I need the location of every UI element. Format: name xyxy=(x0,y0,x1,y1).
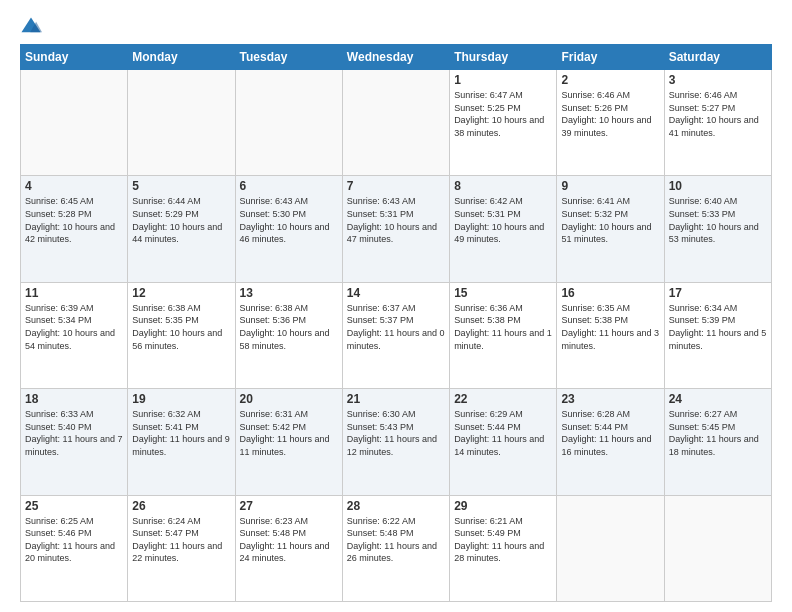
page: Sunday Monday Tuesday Wednesday Thursday… xyxy=(0,0,792,612)
day-info: Sunrise: 6:47 AM Sunset: 5:25 PM Dayligh… xyxy=(454,89,552,139)
table-row: 18Sunrise: 6:33 AM Sunset: 5:40 PM Dayli… xyxy=(21,389,128,495)
table-row xyxy=(557,495,664,601)
table-row: 13Sunrise: 6:38 AM Sunset: 5:36 PM Dayli… xyxy=(235,282,342,388)
logo xyxy=(20,16,46,38)
table-row: 7Sunrise: 6:43 AM Sunset: 5:31 PM Daylig… xyxy=(342,176,449,282)
table-row xyxy=(664,495,771,601)
table-row: 24Sunrise: 6:27 AM Sunset: 5:45 PM Dayli… xyxy=(664,389,771,495)
day-number: 12 xyxy=(132,286,230,300)
day-info: Sunrise: 6:21 AM Sunset: 5:49 PM Dayligh… xyxy=(454,515,552,565)
day-number: 28 xyxy=(347,499,445,513)
calendar-week-row: 4Sunrise: 6:45 AM Sunset: 5:28 PM Daylig… xyxy=(21,176,772,282)
day-info: Sunrise: 6:35 AM Sunset: 5:38 PM Dayligh… xyxy=(561,302,659,352)
day-info: Sunrise: 6:46 AM Sunset: 5:26 PM Dayligh… xyxy=(561,89,659,139)
table-row: 17Sunrise: 6:34 AM Sunset: 5:39 PM Dayli… xyxy=(664,282,771,388)
day-info: Sunrise: 6:46 AM Sunset: 5:27 PM Dayligh… xyxy=(669,89,767,139)
calendar-week-row: 25Sunrise: 6:25 AM Sunset: 5:46 PM Dayli… xyxy=(21,495,772,601)
calendar-week-row: 1Sunrise: 6:47 AM Sunset: 5:25 PM Daylig… xyxy=(21,70,772,176)
day-info: Sunrise: 6:44 AM Sunset: 5:29 PM Dayligh… xyxy=(132,195,230,245)
day-info: Sunrise: 6:25 AM Sunset: 5:46 PM Dayligh… xyxy=(25,515,123,565)
table-row: 27Sunrise: 6:23 AM Sunset: 5:48 PM Dayli… xyxy=(235,495,342,601)
day-number: 14 xyxy=(347,286,445,300)
table-row xyxy=(128,70,235,176)
table-row: 12Sunrise: 6:38 AM Sunset: 5:35 PM Dayli… xyxy=(128,282,235,388)
table-row: 28Sunrise: 6:22 AM Sunset: 5:48 PM Dayli… xyxy=(342,495,449,601)
day-info: Sunrise: 6:37 AM Sunset: 5:37 PM Dayligh… xyxy=(347,302,445,352)
day-number: 24 xyxy=(669,392,767,406)
day-number: 18 xyxy=(25,392,123,406)
table-row: 3Sunrise: 6:46 AM Sunset: 5:27 PM Daylig… xyxy=(664,70,771,176)
day-number: 20 xyxy=(240,392,338,406)
day-info: Sunrise: 6:45 AM Sunset: 5:28 PM Dayligh… xyxy=(25,195,123,245)
header-tuesday: Tuesday xyxy=(235,45,342,70)
day-info: Sunrise: 6:34 AM Sunset: 5:39 PM Dayligh… xyxy=(669,302,767,352)
calendar-week-row: 18Sunrise: 6:33 AM Sunset: 5:40 PM Dayli… xyxy=(21,389,772,495)
day-number: 1 xyxy=(454,73,552,87)
calendar: Sunday Monday Tuesday Wednesday Thursday… xyxy=(20,44,772,602)
day-number: 23 xyxy=(561,392,659,406)
day-number: 6 xyxy=(240,179,338,193)
day-number: 8 xyxy=(454,179,552,193)
day-number: 10 xyxy=(669,179,767,193)
table-row: 19Sunrise: 6:32 AM Sunset: 5:41 PM Dayli… xyxy=(128,389,235,495)
day-number: 3 xyxy=(669,73,767,87)
day-info: Sunrise: 6:36 AM Sunset: 5:38 PM Dayligh… xyxy=(454,302,552,352)
table-row xyxy=(235,70,342,176)
day-number: 19 xyxy=(132,392,230,406)
header-friday: Friday xyxy=(557,45,664,70)
header-thursday: Thursday xyxy=(450,45,557,70)
day-info: Sunrise: 6:41 AM Sunset: 5:32 PM Dayligh… xyxy=(561,195,659,245)
day-number: 7 xyxy=(347,179,445,193)
calendar-week-row: 11Sunrise: 6:39 AM Sunset: 5:34 PM Dayli… xyxy=(21,282,772,388)
table-row: 14Sunrise: 6:37 AM Sunset: 5:37 PM Dayli… xyxy=(342,282,449,388)
day-number: 5 xyxy=(132,179,230,193)
table-row: 9Sunrise: 6:41 AM Sunset: 5:32 PM Daylig… xyxy=(557,176,664,282)
day-info: Sunrise: 6:29 AM Sunset: 5:44 PM Dayligh… xyxy=(454,408,552,458)
day-info: Sunrise: 6:33 AM Sunset: 5:40 PM Dayligh… xyxy=(25,408,123,458)
header xyxy=(20,16,772,38)
day-info: Sunrise: 6:32 AM Sunset: 5:41 PM Dayligh… xyxy=(132,408,230,458)
table-row: 20Sunrise: 6:31 AM Sunset: 5:42 PM Dayli… xyxy=(235,389,342,495)
day-info: Sunrise: 6:43 AM Sunset: 5:31 PM Dayligh… xyxy=(347,195,445,245)
table-row: 23Sunrise: 6:28 AM Sunset: 5:44 PM Dayli… xyxy=(557,389,664,495)
day-number: 27 xyxy=(240,499,338,513)
table-row: 21Sunrise: 6:30 AM Sunset: 5:43 PM Dayli… xyxy=(342,389,449,495)
header-monday: Monday xyxy=(128,45,235,70)
day-number: 9 xyxy=(561,179,659,193)
day-info: Sunrise: 6:31 AM Sunset: 5:42 PM Dayligh… xyxy=(240,408,338,458)
table-row xyxy=(21,70,128,176)
header-wednesday: Wednesday xyxy=(342,45,449,70)
table-row: 16Sunrise: 6:35 AM Sunset: 5:38 PM Dayli… xyxy=(557,282,664,388)
table-row: 2Sunrise: 6:46 AM Sunset: 5:26 PM Daylig… xyxy=(557,70,664,176)
day-info: Sunrise: 6:38 AM Sunset: 5:36 PM Dayligh… xyxy=(240,302,338,352)
header-sunday: Sunday xyxy=(21,45,128,70)
logo-icon xyxy=(20,16,42,38)
table-row: 11Sunrise: 6:39 AM Sunset: 5:34 PM Dayli… xyxy=(21,282,128,388)
table-row: 6Sunrise: 6:43 AM Sunset: 5:30 PM Daylig… xyxy=(235,176,342,282)
day-number: 22 xyxy=(454,392,552,406)
day-info: Sunrise: 6:40 AM Sunset: 5:33 PM Dayligh… xyxy=(669,195,767,245)
day-info: Sunrise: 6:24 AM Sunset: 5:47 PM Dayligh… xyxy=(132,515,230,565)
table-row: 29Sunrise: 6:21 AM Sunset: 5:49 PM Dayli… xyxy=(450,495,557,601)
day-info: Sunrise: 6:39 AM Sunset: 5:34 PM Dayligh… xyxy=(25,302,123,352)
table-row: 5Sunrise: 6:44 AM Sunset: 5:29 PM Daylig… xyxy=(128,176,235,282)
table-row: 1Sunrise: 6:47 AM Sunset: 5:25 PM Daylig… xyxy=(450,70,557,176)
day-info: Sunrise: 6:38 AM Sunset: 5:35 PM Dayligh… xyxy=(132,302,230,352)
day-number: 21 xyxy=(347,392,445,406)
day-info: Sunrise: 6:30 AM Sunset: 5:43 PM Dayligh… xyxy=(347,408,445,458)
day-number: 29 xyxy=(454,499,552,513)
day-number: 16 xyxy=(561,286,659,300)
table-row: 26Sunrise: 6:24 AM Sunset: 5:47 PM Dayli… xyxy=(128,495,235,601)
table-row: 8Sunrise: 6:42 AM Sunset: 5:31 PM Daylig… xyxy=(450,176,557,282)
day-info: Sunrise: 6:27 AM Sunset: 5:45 PM Dayligh… xyxy=(669,408,767,458)
day-number: 15 xyxy=(454,286,552,300)
day-number: 11 xyxy=(25,286,123,300)
day-number: 17 xyxy=(669,286,767,300)
header-saturday: Saturday xyxy=(664,45,771,70)
table-row xyxy=(342,70,449,176)
day-info: Sunrise: 6:28 AM Sunset: 5:44 PM Dayligh… xyxy=(561,408,659,458)
day-info: Sunrise: 6:22 AM Sunset: 5:48 PM Dayligh… xyxy=(347,515,445,565)
calendar-header-row: Sunday Monday Tuesday Wednesday Thursday… xyxy=(21,45,772,70)
day-info: Sunrise: 6:43 AM Sunset: 5:30 PM Dayligh… xyxy=(240,195,338,245)
table-row: 22Sunrise: 6:29 AM Sunset: 5:44 PM Dayli… xyxy=(450,389,557,495)
